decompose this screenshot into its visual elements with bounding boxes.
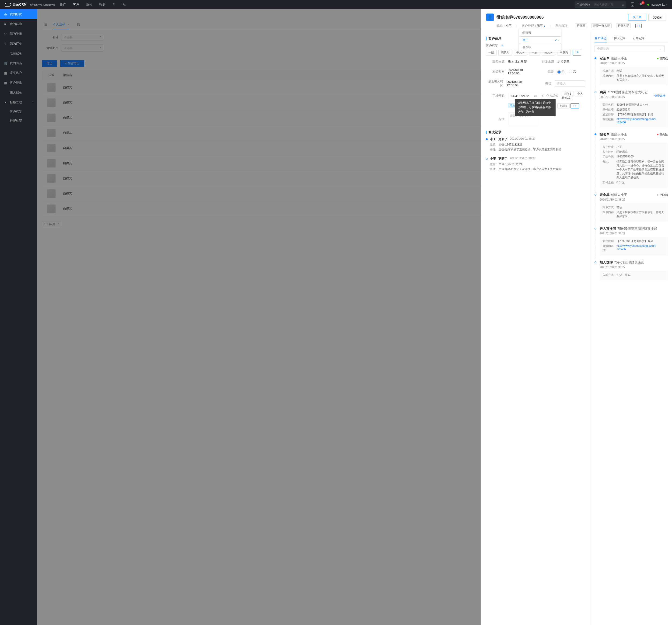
timeline-dot — [595, 228, 596, 229]
blank-icon — [4, 91, 7, 94]
cart-icon: 🛒 — [4, 61, 7, 65]
grid-icon: ▦ — [4, 81, 7, 84]
side-tag-manage[interactable]: ✂标签管理⌃ — [0, 98, 37, 107]
hand-icon: ☟ — [4, 42, 7, 45]
edit-icon[interactable]: ✎ — [501, 44, 504, 47]
phone-input[interactable] — [509, 93, 533, 99]
dd-option[interactable]: 俱保咏 — [519, 44, 561, 51]
tag-more[interactable]: +4 — [573, 50, 581, 55]
side-call-log[interactable]: 电话记录 — [0, 49, 37, 58]
card-icon[interactable]: ▭ — [533, 94, 538, 98]
group-label: 所在群聊： — [555, 24, 571, 28]
friend-source-label: 好友来源 — [535, 60, 554, 64]
timeline-item: 报名单创建人小王已失败2020/01/30 01:38:27客户经理:小王客户姓… — [595, 132, 668, 188]
group-tag[interactable]: 群聊六群 — [616, 23, 631, 28]
logo[interactable]: 云朵CRM 教育机构一站 式服务云平台 — [5, 3, 55, 7]
side-my-friends[interactable]: ◷我的好友 — [0, 9, 37, 19]
source-label: 获客来源 — [486, 60, 504, 64]
search-icon[interactable]: ⌕ — [620, 3, 626, 6]
timeline-item: 加入群聊759-59班理财训练营2021/01/30 01:38:27入群方式:… — [595, 260, 668, 280]
nav-qc[interactable]: 质检 — [86, 3, 92, 7]
customer-tag[interactable]: 一般 — [486, 50, 497, 55]
side-delete-log[interactable]: 删人记录 — [0, 88, 37, 98]
timeline-dot — [595, 194, 596, 196]
timeline-dot — [486, 138, 488, 140]
wechat-label: 微信 — [533, 81, 551, 85]
group-tag[interactable]: 群聊三 — [575, 23, 587, 28]
side-my-students[interactable]: ▽我的学员 — [0, 29, 37, 39]
dd-option[interactable]: 师馨薇 — [519, 29, 561, 36]
manager-select[interactable]: 张三▴ — [537, 24, 545, 28]
blank-icon — [4, 52, 7, 55]
dd-option-selected[interactable]: 张三✓ — [519, 36, 561, 44]
svg-point-2 — [632, 5, 633, 6]
status-dot — [647, 4, 649, 6]
nav-phone-icon[interactable] — [122, 3, 126, 7]
chat-icon: ◙ — [4, 22, 7, 26]
timeline-dot — [595, 57, 596, 59]
customer-icon: 👤 — [486, 14, 494, 21]
nickname-label: 昵称：小王 — [497, 24, 512, 28]
customer-drawer: 👤 微信名称6789990000966 代下单 交定金 昵称：小王 | 客户经理… — [481, 9, 672, 625]
top-search[interactable]: 手机号码 ▾ ⌕ — [575, 1, 626, 8]
tab-chat[interactable]: 聊天记录 — [614, 34, 626, 42]
group-tag[interactable]: 群聊一群大群 — [592, 23, 611, 28]
personal-tag[interactable]: 标签1 — [557, 103, 570, 108]
place-order-button[interactable]: 代下单 — [628, 14, 646, 21]
customer-tag[interactable]: 高意向 — [498, 50, 512, 55]
user-menu[interactable]: manager11 ▾ — [647, 3, 667, 6]
tab-orders[interactable]: 订单记录 — [633, 34, 645, 42]
gender-male[interactable]: 男 — [557, 70, 565, 74]
gender-label: 性别 — [535, 70, 554, 74]
side-customer-tags[interactable]: 客户标签 — [0, 107, 37, 116]
personal-tag-more[interactable]: +4 — [571, 103, 579, 108]
side-my-orders[interactable]: ☟我的订单 — [0, 39, 37, 49]
timeline-item: 定金单创建人小王已取消2020/01/30 01:38:27跟单方式:电话跟单内… — [595, 193, 668, 222]
clock-icon: ◷ — [4, 12, 7, 16]
filter-icon: ▽ — [4, 32, 7, 35]
deposit-button[interactable]: 交定金 — [648, 14, 666, 21]
phone-tooltip: 查询到此手机号码在系统中已存在，可以将两条客户数据合并为一条 — [515, 99, 556, 116]
section-modify-log: 修改记录 — [486, 130, 585, 134]
link[interactable]: http://www.yunduoketang.com/?123456 — [617, 244, 656, 251]
timeline-dot — [595, 261, 596, 263]
link[interactable]: http://www.yunduoketang.com/?123456 — [617, 118, 656, 124]
view-detail[interactable]: 查看详情 — [654, 94, 666, 98]
logo-text: 云朵CRM — [13, 3, 27, 7]
copy-icon[interactable]: ⎘ — [541, 94, 545, 98]
side-group-tags[interactable]: 群聊标签 — [0, 116, 37, 125]
nav-user-icon[interactable] — [112, 3, 116, 7]
friend-source-value: 名片分享 — [557, 60, 570, 64]
search-input[interactable] — [592, 3, 620, 6]
personal-tag-label: 个人标签 — [545, 94, 558, 98]
phone-label: 手机号码 — [486, 94, 504, 98]
mobile-icon[interactable] — [631, 2, 634, 7]
source-value: 线上-北京昱新 — [508, 60, 527, 64]
side-lost-customers[interactable]: ▦流失客户 — [0, 68, 37, 78]
logo-icon — [5, 3, 11, 6]
logo-subtitle: 教育机构一站 式服务云平台 — [28, 3, 55, 6]
notification-badge: 5 — [642, 1, 645, 4]
manager-field: 客户经理：张三▴ — [522, 24, 545, 28]
group-more[interactable]: +4 — [635, 24, 642, 28]
side-inherit[interactable]: ▦客户继承 — [0, 78, 37, 88]
username: manager11 — [650, 3, 665, 6]
drawer-title: 微信名称6789990000966 — [497, 15, 628, 20]
add-time-label: 添加时间 — [486, 70, 504, 74]
gender-female[interactable]: 女 — [569, 69, 576, 73]
nav-data[interactable]: 数据 — [99, 3, 105, 7]
side-my-groups[interactable]: ◙我的群聊 — [0, 19, 37, 29]
nav-customer[interactable]: 客户 — [73, 3, 79, 7]
nav-promote[interactable]: 推广 — [60, 3, 66, 7]
customer-tag-label: 客户标签 — [486, 44, 498, 47]
tab-activity[interactable]: 客户动态 — [595, 34, 607, 42]
activity-filter[interactable]: 全部动态 — [595, 45, 665, 52]
add-time-value: 2021/09/10 12:00:00 — [508, 68, 535, 75]
side-my-goods[interactable]: 🛒我的商品 — [0, 58, 37, 68]
tool-icon: ✂ — [4, 101, 7, 104]
search-type-select[interactable]: 手机号码 ▾ — [575, 3, 592, 7]
wechat-input[interactable] — [555, 80, 585, 87]
right-tabs: 客户动态 聊天记录 订单记录 — [595, 34, 668, 43]
bell-icon[interactable]: 5 — [639, 3, 643, 7]
mod-item: 小王更新了2021/01/30 01:38:27微信:空值-1367218282… — [486, 137, 585, 152]
